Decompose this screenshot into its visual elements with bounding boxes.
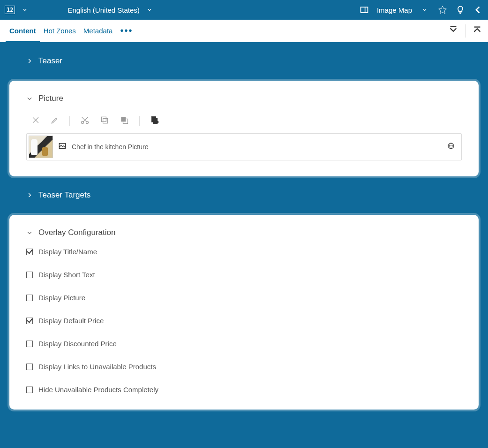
top-bar: 12 English (United States) Image Map xyxy=(0,0,488,20)
content-area: Teaser Picture xyxy=(0,42,488,419)
section-title: Teaser xyxy=(38,56,62,66)
edit-icon[interactable] xyxy=(51,116,59,126)
checkbox-label: Display Picture xyxy=(38,294,85,302)
svg-rect-12 xyxy=(101,117,106,121)
section-header-teaser-targets[interactable]: Teaser Targets xyxy=(26,190,462,200)
view-label: Image Map xyxy=(377,6,412,14)
section-title: Overlay Configuration xyxy=(38,228,115,237)
svg-rect-0 xyxy=(360,7,368,13)
collapse-up-icon[interactable] xyxy=(472,25,482,37)
divider xyxy=(465,24,465,38)
tab-hot-zones[interactable]: Hot Zones xyxy=(40,20,80,42)
checkbox-icon xyxy=(26,318,33,324)
section-title: Picture xyxy=(38,94,63,103)
section-header-teaser[interactable]: Teaser xyxy=(26,56,462,66)
layout-icon[interactable] xyxy=(359,5,369,15)
checkbox-icon xyxy=(26,272,33,278)
chevron-right-icon xyxy=(26,58,33,64)
checkbox-display-title-name[interactable]: Display Title/Name xyxy=(26,248,462,256)
checkbox-display-short-text[interactable]: Display Short Text xyxy=(26,271,462,279)
svg-rect-16 xyxy=(153,118,158,124)
asset-thumbnail xyxy=(29,136,53,158)
checkbox-label: Display Short Text xyxy=(38,271,95,279)
tabbar-right xyxy=(448,24,482,38)
checkbox-hide-unavailable[interactable]: Hide Unavailable Products Completely xyxy=(26,386,462,394)
tab-metadata[interactable]: Metadata xyxy=(80,20,117,42)
checkbox-display-default-price[interactable]: Display Default Price xyxy=(26,317,462,325)
checkbox-icon xyxy=(26,295,33,301)
checkbox-icon xyxy=(26,387,33,393)
picture-asset-row[interactable]: Chef in the kitchen Picture xyxy=(26,133,462,160)
svg-rect-13 xyxy=(121,117,126,121)
checkbox-icon xyxy=(26,249,33,255)
image-type-icon xyxy=(59,143,66,151)
topbar-left: 12 xyxy=(5,5,30,15)
cut-icon[interactable] xyxy=(80,115,90,127)
checkbox-label: Display Title/Name xyxy=(38,248,97,256)
close-icon[interactable] xyxy=(31,115,40,127)
section-header-picture[interactable]: Picture xyxy=(26,94,462,103)
lightbulb-icon[interactable] xyxy=(455,5,465,15)
chevron-down-icon[interactable] xyxy=(20,5,30,15)
section-teaser-targets: Teaser Targets xyxy=(0,176,488,205)
copy-icon[interactable] xyxy=(100,115,109,127)
checkbox-icon xyxy=(26,364,33,370)
checkbox-label: Display Discounted Price xyxy=(38,340,117,348)
divider xyxy=(139,116,140,126)
checkbox-display-discounted-price[interactable]: Display Discounted Price xyxy=(26,340,462,348)
asset-label: Chef in the kitchen Picture xyxy=(72,143,148,151)
checkbox-label: Hide Unavailable Products Completely xyxy=(38,386,158,394)
paste-icon[interactable] xyxy=(120,115,129,127)
chevron-down-icon xyxy=(26,229,33,236)
language-selector[interactable]: English (United States) xyxy=(68,5,154,15)
svg-rect-11 xyxy=(103,119,108,123)
paste-add-icon[interactable] xyxy=(150,115,159,127)
section-teaser: Teaser xyxy=(0,42,488,71)
overlay-checklist: Display Title/Name Display Short Text Di… xyxy=(26,248,462,394)
section-header-overlay[interactable]: Overlay Configuration xyxy=(26,228,462,237)
language-label: English (United States) xyxy=(68,6,139,14)
checkbox-label: Display Links to Unavailable Products xyxy=(38,363,156,371)
divider xyxy=(69,116,70,126)
expand-down-icon[interactable] xyxy=(448,25,458,37)
svg-marker-2 xyxy=(439,6,447,14)
globe-icon[interactable] xyxy=(447,142,455,152)
panel-picture: Picture xyxy=(9,81,479,176)
panel-overlay-configuration: Overlay Configuration Display Title/Name… xyxy=(9,215,479,410)
checkbox-display-picture[interactable]: Display Picture xyxy=(26,294,462,302)
chevron-left-icon[interactable] xyxy=(473,5,483,15)
checkbox-icon xyxy=(26,341,33,347)
picture-toolbar xyxy=(31,115,462,127)
chevron-right-icon xyxy=(26,192,33,198)
tab-bar: Content Hot Zones Metadata ••• xyxy=(0,20,488,42)
star-icon[interactable] xyxy=(437,5,448,15)
chevron-down-icon[interactable] xyxy=(420,5,430,15)
topbar-right: Image Map xyxy=(359,5,483,15)
checkbox-label: Display Default Price xyxy=(38,317,104,325)
tab-content[interactable]: Content xyxy=(6,20,40,42)
locale-badge[interactable]: 12 xyxy=(5,6,15,14)
chevron-down-icon xyxy=(26,95,33,102)
more-tabs-button[interactable]: ••• xyxy=(116,25,136,36)
section-title: Teaser Targets xyxy=(38,190,90,200)
chevron-down-icon xyxy=(144,5,155,15)
checkbox-display-unavailable-links[interactable]: Display Links to Unavailable Products xyxy=(26,363,462,371)
